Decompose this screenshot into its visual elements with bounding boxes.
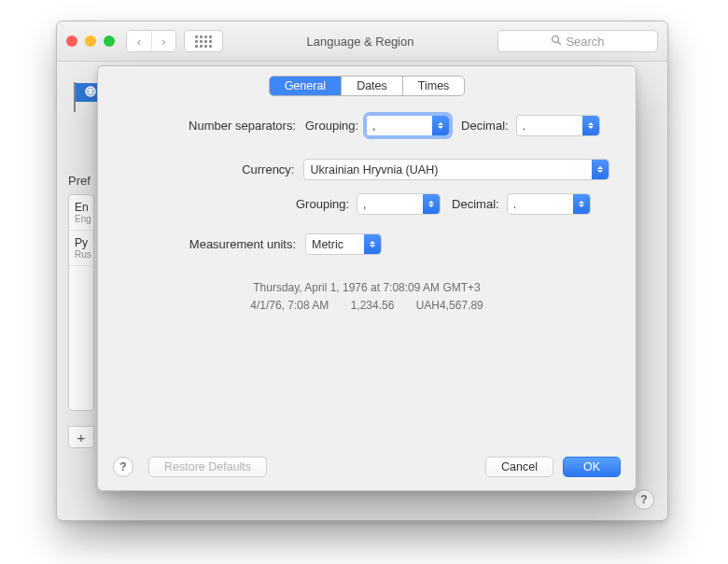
show-all-button[interactable] — [184, 30, 223, 52]
tab-dates[interactable]: Dates — [341, 77, 402, 95]
help-icon: ? — [119, 460, 126, 473]
svg-rect-2 — [74, 82, 76, 112]
measurement-label: Measurement units: — [124, 237, 305, 251]
preferred-languages-list[interactable]: En Eng Py Rus — [68, 194, 94, 411]
restore-defaults-button[interactable]: Restore Defaults — [148, 457, 267, 477]
svg-line-1 — [558, 41, 561, 44]
currency-decimal-label: Decimal: — [441, 197, 507, 211]
decimal-label: Decimal: — [450, 119, 516, 133]
nav-back-forward: ‹ › — [126, 30, 176, 52]
preview-short-date: 4/1/76, 7:08 AM — [250, 297, 329, 315]
currency-label: Currency: — [124, 162, 303, 176]
currency-value: Ukrainian Hryvnia (UAH) — [310, 163, 438, 176]
nav-forward-button[interactable]: › — [151, 31, 175, 51]
tab-times[interactable]: Times — [402, 77, 465, 95]
add-language-button[interactable]: + — [68, 426, 94, 448]
grid-icon — [195, 35, 212, 48]
number-grouping-value: , — [372, 120, 375, 133]
sheet-help-button[interactable]: ? — [113, 457, 133, 477]
sheet-tabstrip: General Dates Times — [269, 76, 466, 96]
preferred-languages-label: Pref — [68, 174, 91, 188]
general-form: Number separators: Grouping: , Decimal: … — [98, 96, 636, 445]
number-separators-label: Number separators: — [124, 119, 305, 133]
advanced-sheet: General Dates Times Number separators: G… — [97, 65, 637, 491]
measurement-select[interactable]: Metric — [305, 233, 382, 255]
currency-grouping-select[interactable]: , — [357, 193, 441, 215]
zoom-window-button[interactable] — [104, 35, 115, 47]
help-button[interactable]: ? — [634, 489, 654, 510]
search-placeholder: Search — [566, 35, 604, 49]
format-preview: Thursday, April 1, 1976 at 7:08:09 AM GM… — [124, 279, 609, 315]
preview-number: 1,234.56 — [351, 297, 395, 315]
number-grouping-select[interactable]: , — [366, 115, 450, 136]
currency-decimal-select[interactable]: . — [507, 193, 591, 215]
nav-back-button[interactable]: ‹ — [127, 31, 151, 51]
chevron-right-icon: › — [161, 35, 165, 49]
tab-general[interactable]: General — [270, 77, 341, 95]
traffic-lights — [66, 35, 115, 47]
chevron-updown-icon — [423, 194, 440, 214]
number-decimal-value: . — [523, 120, 525, 133]
search-field[interactable]: Search — [497, 30, 658, 52]
chevron-updown-icon — [432, 116, 449, 135]
chevron-left-icon: ‹ — [137, 35, 141, 49]
measurement-value: Metric — [312, 238, 343, 251]
chevron-updown-icon — [573, 194, 590, 214]
currency-grouping-value: , — [363, 198, 366, 211]
number-decimal-select[interactable]: . — [516, 115, 600, 136]
search-icon — [551, 35, 562, 49]
sheet-footer: ? Restore Defaults Cancel OK — [98, 445, 636, 490]
list-item[interactable]: En Eng — [69, 195, 93, 231]
preview-long-date: Thursday, April 1, 1976 at 7:08:09 AM GM… — [124, 279, 609, 297]
currency-grouping-label: Grouping: — [296, 197, 357, 211]
preview-currency: UAH4,567.89 — [416, 297, 483, 315]
plus-icon: + — [77, 430, 86, 445]
chevron-updown-icon — [364, 234, 381, 254]
currency-decimal-value: . — [513, 198, 516, 211]
close-window-button[interactable] — [66, 35, 77, 47]
cancel-button[interactable]: Cancel — [485, 457, 553, 477]
window-title: Language & Region — [223, 35, 497, 49]
list-item[interactable]: Py Rus — [69, 231, 93, 266]
ok-button[interactable]: OK — [563, 457, 621, 477]
help-icon: ? — [640, 493, 647, 506]
currency-select[interactable]: Ukrainian Hryvnia (UAH) — [303, 159, 609, 180]
titlebar: ‹ › Language & Region Search — [57, 21, 667, 62]
grouping-label: Grouping: — [305, 119, 366, 133]
minimize-window-button[interactable] — [85, 35, 96, 47]
chevron-updown-icon — [592, 160, 609, 179]
chevron-updown-icon — [582, 116, 599, 135]
